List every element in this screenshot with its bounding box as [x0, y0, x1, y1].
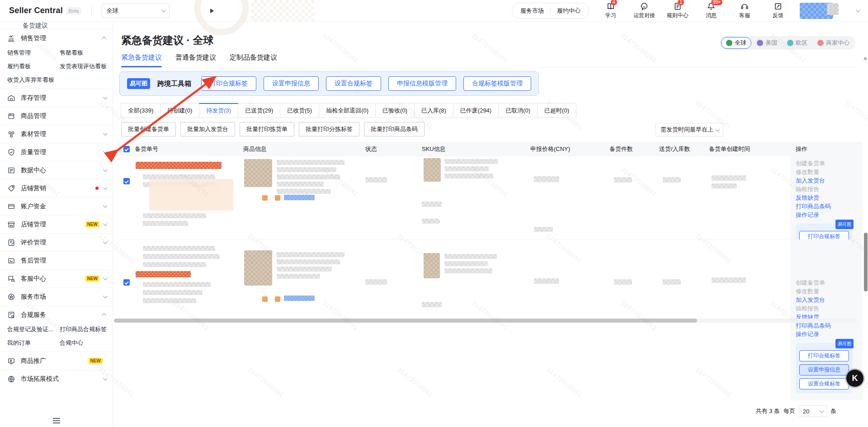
operation-log-link[interactable]: 操作记录: [796, 330, 858, 338]
horizontal-scrollbar-thumb[interactable]: [114, 319, 697, 323]
vertical-scrollbar-thumb[interactable]: [864, 233, 868, 291]
submenu-sales-management[interactable]: 销售管理: [7, 49, 60, 57]
filter-tab-timeout[interactable]: 已超时(0): [537, 103, 576, 118]
filter-tab-to-create[interactable]: 待创建(0): [160, 103, 199, 118]
submenu-fulfillment-board[interactable]: 履约看板: [7, 62, 60, 70]
operation-log-link[interactable]: 操作记录: [796, 211, 858, 219]
batch-print-picking-button[interactable]: 批量打印拣货单: [240, 122, 294, 136]
add-to-ship-link[interactable]: 加入发货台: [796, 176, 858, 185]
compliance-template-mgmt-button[interactable]: 合规标签模版管理: [463, 76, 531, 91]
submenu-soldout-board[interactable]: 售罄看板: [60, 49, 113, 57]
tab-urgent-restock[interactable]: 紧急备货建议: [121, 53, 162, 62]
submenu-compliance-registration[interactable]: 合规登记及验证...: [7, 325, 60, 333]
filter-tab-received[interactable]: 已收货(5): [280, 103, 319, 118]
region-pill-us[interactable]: 美国: [752, 37, 782, 49]
create-restock-order-link[interactable]: 创建备货单: [796, 159, 858, 168]
rules-center-label: 规则中心: [667, 12, 689, 19]
account-area[interactable]: [800, 3, 839, 19]
learn-menu[interactable]: 学习 4: [599, 2, 623, 19]
sidebar-item-materials[interactable]: 素材管理: [0, 125, 113, 143]
filter-tab-accepted[interactable]: 已验收(0): [375, 103, 415, 118]
messages-menu[interactable]: 消息 99+: [699, 2, 723, 19]
sidebar-item-inventory[interactable]: 库存管理: [0, 89, 113, 107]
blurred-content: [244, 250, 272, 286]
sidebar-item-account-funds[interactable]: 账户资金: [0, 197, 113, 215]
region-pill-global[interactable]: 全球: [721, 37, 751, 49]
filter-tab-inspection-returned[interactable]: 抽检全部退回(0): [319, 103, 376, 118]
blurred-content: [277, 274, 320, 279]
filter-tab-delivered[interactable]: 已送货(29): [238, 103, 280, 118]
sidebar-item-service-market[interactable]: 服务市场: [0, 287, 113, 305]
us-dot-icon: [757, 40, 763, 46]
chevron-down-icon: [715, 127, 720, 131]
set-compliance-label-button[interactable]: 设置合规标签: [799, 378, 849, 389]
region-pill-merchant-center[interactable]: 商家中心: [813, 37, 854, 49]
feedback-menu[interactable]: 反馈: [766, 2, 790, 19]
sidebar-item-market-expansion[interactable]: 市场拓展模式: [0, 370, 113, 388]
modify-quantity-link[interactable]: 修改数量: [796, 287, 858, 296]
print-compliance-label-button[interactable]: 打印合规标签: [201, 76, 256, 91]
filter-tab-all[interactable]: 全部(339): [121, 103, 160, 118]
sidebar-item-review-management[interactable]: 评价管理: [0, 233, 113, 251]
service-market-link[interactable]: 服务市场: [520, 7, 544, 15]
sidebar-item-store-management[interactable]: 店铺管理 NEW: [0, 215, 113, 233]
ops-contact-menu[interactable]: 运营对接: [632, 2, 656, 19]
chat-icon: [640, 2, 649, 11]
sort-select[interactable]: 需发货时间最早在上: [656, 123, 723, 136]
add-to-ship-link[interactable]: 加入发货台: [796, 296, 858, 304]
blurred-content: [534, 176, 559, 182]
avatar-extra: [827, 3, 839, 15]
k-floating-button[interactable]: K: [846, 370, 863, 387]
batch-add-to-ship-button[interactable]: 批量加入发货台: [180, 122, 235, 136]
rules-center-menu[interactable]: 规则中心 1: [666, 2, 689, 19]
scroll-up-arrow-icon[interactable]: [863, 57, 867, 60]
blurred-content: [444, 261, 488, 266]
submenu-compliance-center[interactable]: 合规中心: [60, 339, 113, 347]
batch-print-sorting-label-button[interactable]: 批量打印分拣标签: [299, 122, 359, 136]
set-compliance-label-button[interactable]: 设置合规标签: [326, 76, 381, 91]
filter-tab-to-ship[interactable]: 待发货(3): [199, 103, 238, 118]
global-region-select[interactable]: 全球: [102, 4, 170, 18]
set-declaration-info-button[interactable]: 设置申报信息: [264, 76, 319, 91]
declaration-template-mgmt-button[interactable]: 申报信息模版管理: [388, 76, 456, 91]
sidebar-item-customer-service[interactable]: 客服中心 NEW: [0, 269, 113, 287]
fulfillment-center-link[interactable]: 履约中心: [557, 7, 580, 15]
submenu-print-compliance-label[interactable]: 打印商品合规标签: [60, 325, 113, 333]
filter-tab-voided[interactable]: 已作废(294): [453, 103, 499, 118]
submenu-inbound-exception-board[interactable]: 收货入库异常看板: [7, 76, 60, 84]
sidebar-item-sales-management[interactable]: 销售管理: [0, 29, 113, 47]
filter-tab-inbound[interactable]: 已入库(8): [414, 103, 453, 118]
submenu-my-orders[interactable]: 我的订单: [7, 339, 60, 347]
batch-print-barcode-button[interactable]: 批量打印商品条码: [364, 122, 425, 136]
print-barcode-link[interactable]: 打印商品条码: [796, 202, 858, 211]
row-checkbox[interactable]: [123, 178, 130, 184]
set-declaration-info-button[interactable]: 设置申报信息: [799, 364, 849, 375]
sidebar-item-quality[interactable]: 质量管理: [0, 143, 113, 161]
create-restock-order-link[interactable]: 创建备货单: [796, 278, 858, 287]
sidebar-item-store-marketing[interactable]: 店铺营销: [0, 179, 113, 197]
sidebar-item-aftersales[interactable]: 售后管理: [0, 251, 113, 269]
report-shortage-link[interactable]: 反馈缺货: [796, 193, 858, 202]
tab-normal-restock[interactable]: 普通备货建议: [175, 53, 216, 62]
batch-create-order-button[interactable]: 批量创建备货单: [121, 122, 176, 136]
sidebar-item-compliance[interactable]: 合规服务: [0, 305, 113, 324]
region-pill-eu[interactable]: 欧区: [783, 37, 812, 49]
row-checkbox[interactable]: [123, 279, 130, 286]
select-all-checkbox[interactable]: [123, 146, 130, 152]
print-compliance-label-button[interactable]: 打印合规标签: [799, 350, 849, 361]
inspection-report-link[interactable]: 抽检报告: [796, 304, 858, 313]
sidebar-clipped-item[interactable]: 备货建议: [0, 22, 113, 29]
filter-tab-cancelled[interactable]: 已取消(0): [498, 103, 538, 118]
sidebar-item-data-center[interactable]: 数据中心: [0, 161, 113, 179]
sidebar-item-product-promotion[interactable]: 商品推广 NEW: [0, 352, 113, 370]
submenu-shipping-eval-board[interactable]: 发货表现评估看板: [60, 62, 113, 70]
modify-quantity-link[interactable]: 修改数量: [796, 168, 858, 176]
inspection-report-link[interactable]: 抽检报告: [796, 185, 858, 193]
tab-custom-restock[interactable]: 定制品备货建议: [230, 53, 277, 62]
support-menu[interactable]: 客服: [733, 2, 756, 19]
account-chevron-icon[interactable]: [856, 8, 860, 12]
horizontal-scrollbar[interactable]: [114, 319, 857, 323]
collapse-sidebar-button[interactable]: [0, 418, 113, 423]
sidebar-item-products[interactable]: 商品管理: [0, 107, 113, 125]
page-size-select[interactable]: 20: [799, 405, 827, 417]
